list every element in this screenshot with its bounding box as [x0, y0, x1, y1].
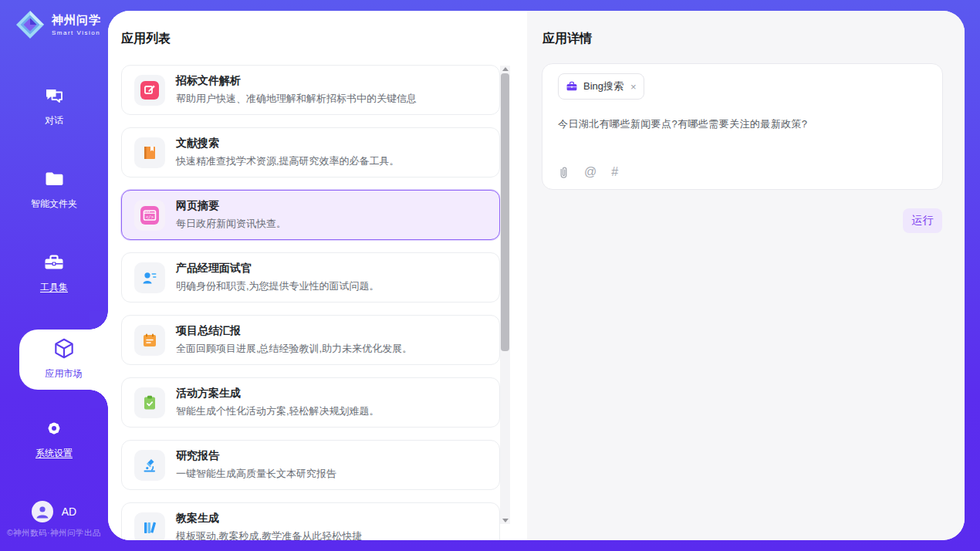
app-desc: 明确身份和职责,为您提供专业性的面试问题。 [176, 279, 380, 293]
sidebar-item-toolset[interactable]: 工具集 [0, 252, 108, 294]
scrollbar-thumb[interactable] [501, 73, 509, 351]
microscope-icon [140, 456, 159, 475]
app-list-title: 应用列表 [121, 31, 171, 47]
user-account[interactable]: AD [0, 501, 108, 522]
scrollbar-up-icon[interactable] [500, 66, 510, 73]
app-name: 网页摘要 [176, 199, 286, 213]
user-initials: AD [62, 505, 76, 518]
app-detail-panel: 应用详情 Bing搜索 × 今日湖北有哪些新闻要点?有哪些需要关注的最新政策? … [527, 11, 965, 540]
sidebar-item-label: 对话 [0, 114, 108, 127]
app-desc: 快速精准查找学术资源,提高研究效率的必备工具。 [176, 154, 400, 168]
brand-tagline: Smart Vision [52, 29, 101, 36]
interviewer-person-icon [140, 269, 159, 287]
scrollbar-down-icon[interactable] [500, 516, 510, 524]
briefcase-icon [566, 80, 578, 93]
close-icon[interactable]: × [630, 81, 637, 93]
prompt-card: Bing搜索 × 今日湖北有哪些新闻要点?有哪些需要关注的最新政策? @ # [542, 63, 943, 190]
sidebar-item-label: 系统设置 [0, 447, 108, 460]
app-icon-wrap [134, 75, 165, 106]
app-desc: 帮助用户快速、准确地理解和解析招标书中的关键信息 [176, 92, 417, 106]
app-name: 招标文件解析 [176, 74, 417, 88]
svg-text:</>: </> [146, 214, 154, 218]
sidebar-item-smart-folder[interactable]: 智能文件夹 [0, 168, 108, 211]
app-card-bid-document-parse[interactable]: 招标文件解析 帮助用户快速、准确地理解和解析招标书中的关键信息 [121, 65, 500, 115]
app-desc: 每日政府新闻资讯快查。 [176, 217, 286, 231]
webpage-code-icon: </> [140, 206, 159, 225]
app-card-lesson-plan[interactable]: 教案生成 模板驱动,教案秒成,教学准备从此轻松快捷 [121, 502, 500, 540]
sidebar-item-settings[interactable]: 系统设置 [0, 417, 108, 460]
app-icon-wrap: </> [134, 200, 165, 231]
app-icon-wrap [134, 137, 165, 168]
hashtag-icon[interactable]: # [611, 165, 618, 179]
app-icon-wrap [134, 262, 165, 293]
gear-icon [43, 417, 65, 439]
sidebar-item-chat[interactable]: 对话 [0, 85, 108, 127]
app-name: 活动方案生成 [176, 387, 380, 401]
app-desc: 一键智能生成高质量长文本研究报告 [176, 467, 336, 481]
attach-toolbar: @ # [558, 165, 618, 179]
paperclip-icon[interactable] [558, 166, 569, 179]
cube-icon [52, 336, 76, 361]
report-note-icon [140, 331, 159, 350]
tool-chip-label: Bing搜索 [583, 79, 623, 93]
tool-chip-bing-search[interactable]: Bing搜索 × [558, 73, 644, 100]
gem-diamond-icon [14, 8, 46, 41]
app-card-project-summary[interactable]: 项目总结汇报 全面回顾项目进展,总结经验教训,助力未来优化发展。 [121, 315, 500, 365]
app-name: 教案生成 [176, 512, 362, 526]
main-panel: 应用列表 招标文件解析 帮助用户快速、准确地理解和解析招标书中的关键信息 [108, 11, 965, 540]
run-button[interactable]: 运行 [903, 208, 942, 233]
app-list-panel: 应用列表 招标文件解析 帮助用户快速、准确地理解和解析招标书中的关键信息 [108, 11, 527, 540]
app-detail-title: 应用详情 [542, 31, 592, 47]
app-name: 文献搜索 [176, 137, 400, 150]
app-desc: 全面回顾项目进展,总结经验教训,助力未来优化发展。 [176, 342, 412, 356]
app-list: 招标文件解析 帮助用户快速、准确地理解和解析招标书中的关键信息 文献搜索 快速精… [121, 65, 500, 540]
app-name: 研究报告 [176, 449, 336, 463]
list-scrollbar[interactable] [500, 66, 510, 524]
app-card-event-plan[interactable]: 活动方案生成 智能生成个性化活动方案,轻松解决规划难题。 [121, 377, 500, 428]
app-icon-wrap [134, 512, 165, 541]
app-desc: 智能生成个性化活动方案,轻松解决规划难题。 [176, 404, 380, 418]
clipboard-check-icon [140, 394, 159, 412]
avatar-person-icon [32, 501, 53, 522]
brand-name: 神州问学 [52, 13, 101, 28]
sidebar-item-label: 应用市场 [19, 367, 108, 380]
app-card-pm-interviewer[interactable]: 产品经理面试官 明确身份和职责,为您提供专业性的面试问题。 [121, 252, 500, 303]
toolbox-icon [42, 252, 66, 273]
app-name: 项目总结汇报 [176, 324, 412, 338]
app-icon-wrap [134, 325, 165, 356]
sidebar-item-label: 智能文件夹 [0, 198, 108, 211]
book-icon [140, 144, 159, 162]
app-card-literature-search[interactable]: 文献搜索 快速精准查找学术资源,提高研究效率的必备工具。 [121, 127, 500, 177]
prompt-input[interactable]: 今日湖北有哪些新闻要点?有哪些需要关注的最新政策? [558, 117, 927, 131]
app-name: 产品经理面试官 [176, 262, 380, 276]
chat-bubbles-icon [43, 85, 65, 106]
sidebar-footer: ©神州数码·神州问学出品 [0, 528, 108, 539]
sidebar-item-app-market[interactable]: 应用市场 [19, 330, 108, 390]
sidebar-item-label: 工具集 [0, 281, 108, 294]
mention-icon[interactable]: @ [584, 165, 596, 179]
app-card-webpage-summary[interactable]: </> 网页摘要 每日政府新闻资讯快查。 [121, 190, 500, 240]
edit-square-icon [140, 81, 159, 100]
sidebar: 神州问学 Smart Vision 对话 智能文件夹 工具集 [0, 0, 108, 551]
books-icon [140, 519, 159, 537]
app-card-research-report[interactable]: 研究报告 一键智能生成高质量长文本研究报告 [121, 440, 500, 490]
app-desc: 模板驱动,教案秒成,教学准备从此轻松快捷 [176, 529, 362, 540]
folder-icon [43, 168, 65, 190]
app-icon-wrap [134, 387, 165, 418]
brand: 神州问学 Smart Vision [14, 8, 101, 41]
app-icon-wrap [134, 450, 165, 481]
